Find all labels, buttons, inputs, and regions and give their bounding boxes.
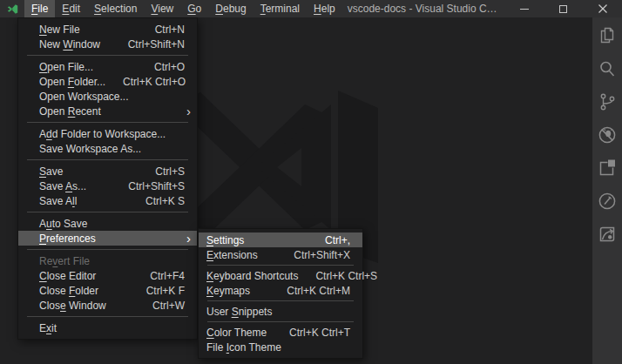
menu-item-label: Open Recent — [39, 105, 185, 118]
menu-item-shortcut: Ctrl+Shift+N — [128, 38, 185, 51]
menubar-item-go[interactable]: Go — [180, 0, 208, 17]
menu-item-label: Exit — [39, 322, 185, 334]
menu-item-close-folder[interactable]: Close FolderCtrl+K F — [18, 283, 197, 298]
menu-item-shortcut: Ctrl+W — [152, 300, 185, 312]
menu-item-settings[interactable]: SettingsCtrl+, — [199, 233, 362, 247]
menu-item-label: Save All — [39, 195, 128, 207]
menu-item-close-editor[interactable]: Close EditorCtrl+F4 — [18, 268, 197, 283]
menu-item-label: Selection — [94, 3, 137, 15]
maximize-icon — [559, 5, 567, 13]
menu-item-close-window[interactable]: Close WindowCtrl+W — [18, 298, 197, 313]
menubar-item-help[interactable]: Help — [307, 0, 342, 17]
menu-item-user-snippets[interactable]: User Snippets — [199, 304, 362, 319]
menu-item-color-theme[interactable]: Color ThemeCtrl+K Ctrl+T — [199, 325, 362, 340]
menu-item-revert-file: Revert File — [18, 253, 197, 268]
source-control-icon[interactable] — [597, 91, 618, 112]
gauge-icon[interactable] — [597, 191, 618, 212]
maximize-button[interactable] — [544, 0, 583, 17]
close-icon — [598, 4, 607, 13]
menu-item-label: Auto Save — [39, 218, 185, 230]
menu-item-shortcut: Ctrl+K Ctrl+T — [289, 327, 350, 339]
menu-item-label: Close Folder — [39, 285, 129, 297]
menu-item-shortcut: Ctrl+K F — [146, 285, 185, 297]
menu-item-new-file[interactable]: New FileCtrl+N — [18, 22, 197, 37]
menubar-item-selection[interactable]: Selection — [87, 0, 144, 17]
menu-item-save-as[interactable]: Save As...Ctrl+Shift+S — [18, 179, 197, 193]
search-icon[interactable] — [597, 58, 618, 79]
preferences-submenu: SettingsCtrl+,ExtensionsCtrl+Shift+XKeyb… — [198, 228, 363, 359]
minimize-button[interactable] — [504, 0, 544, 17]
menu-item-open-recent[interactable]: Open Recent — [18, 104, 197, 118]
menu-item-new-window[interactable]: New WindowCtrl+Shift+N — [18, 37, 197, 51]
menu-item-label: Color Theme — [206, 327, 272, 339]
activity-bar — [592, 17, 622, 364]
menu-item-label: Save — [39, 165, 138, 178]
menu-separator — [27, 122, 188, 123]
vscode-insiders-logo-icon — [7, 3, 18, 15]
menu-item-shortcut: Ctrl+K Ctrl+S — [315, 270, 377, 282]
menu-item-label: Save Workspace As... — [39, 143, 185, 155]
menu-item-label: Add Folder to Workspace... — [39, 128, 185, 140]
menubar-item-terminal[interactable]: Terminal — [254, 0, 307, 17]
menu-item-label: User Snippets — [206, 306, 350, 318]
menu-item-exit[interactable]: Exit — [18, 320, 197, 335]
title-bar: FileEditSelectionViewGoDebugTerminalHelp… — [0, 0, 622, 17]
menu-item-label: Go — [187, 3, 201, 15]
close-button[interactable] — [583, 0, 622, 17]
menu-separator — [27, 55, 188, 56]
menubar-item-file[interactable]: File — [24, 0, 55, 17]
vscode-window: FileEditSelectionViewGoDebugTerminalHelp… — [0, 0, 622, 364]
menu-item-keymaps[interactable]: KeymapsCtrl+K Ctrl+M — [199, 283, 362, 298]
menu-separator — [27, 212, 188, 212]
menu-item-label: Settings — [206, 234, 308, 246]
menu-item-shortcut: Ctrl+K S — [145, 195, 185, 207]
menu-item-label: Open File... — [39, 61, 137, 73]
menu-item-shortcut: Ctrl+, — [325, 234, 350, 246]
menu-item-extensions[interactable]: ExtensionsCtrl+Shift+X — [199, 247, 362, 262]
menu-item-label: Open Workspace... — [39, 91, 185, 103]
menu-item-label: Save As... — [39, 180, 111, 192]
menu-item-auto-save[interactable]: Auto Save — [18, 216, 197, 231]
menu-item-save-workspace-as[interactable]: Save Workspace As... — [18, 141, 197, 156]
menu-item-label: New File — [39, 24, 138, 36]
menu-item-label: Revert File — [39, 255, 185, 267]
menu-item-save-all[interactable]: Save AllCtrl+K S — [18, 193, 197, 208]
menu-item-label: New Window — [39, 38, 111, 51]
menu-item-label: Close Window — [39, 300, 135, 312]
menu-item-shortcut: Ctrl+K Ctrl+O — [123, 76, 186, 88]
menu-item-shortcut: Ctrl+K Ctrl+M — [287, 285, 350, 297]
menu-item-label: File — [31, 3, 48, 15]
extensions-icon[interactable] — [597, 158, 618, 179]
menu-item-label: Extensions — [206, 249, 276, 261]
menu-item-label: Preferences — [39, 233, 185, 245]
menu-item-keyboard-shortcuts[interactable]: Keyboard ShortcutsCtrl+K Ctrl+S — [199, 268, 362, 283]
menu-separator — [207, 300, 354, 301]
menu-item-save[interactable]: SaveCtrl+S — [18, 164, 197, 179]
menu-item-preferences[interactable]: Preferences — [18, 231, 197, 246]
menu-item-shortcut: Ctrl+Shift+X — [294, 249, 350, 261]
menu-item-label: File Icon Theme — [206, 341, 350, 354]
menu-item-open-workspace[interactable]: Open Workspace... — [18, 89, 197, 104]
menubar-item-edit[interactable]: Edit — [55, 0, 87, 17]
menu-item-label: Keymaps — [206, 285, 269, 297]
menu-item-label: Help — [314, 3, 335, 15]
menu-item-file-icon-theme[interactable]: File Icon Theme — [199, 340, 362, 354]
menu-item-open-file[interactable]: Open File...Ctrl+O — [18, 59, 197, 74]
menu-item-shortcut: Ctrl+N — [155, 24, 185, 36]
menu-item-shortcut: Ctrl+S — [155, 165, 185, 178]
menubar-item-view[interactable]: View — [144, 0, 180, 17]
menu-item-add-folder-to-workspace[interactable]: Add Folder to Workspace... — [18, 126, 197, 141]
debug-icon[interactable] — [597, 125, 618, 145]
menu-item-shortcut: Ctrl+O — [154, 61, 185, 73]
menu-item-open-folder[interactable]: Open Folder...Ctrl+K Ctrl+O — [18, 74, 197, 89]
file-menu: New FileCtrl+NNew WindowCtrl+Shift+NOpen… — [17, 17, 198, 340]
menu-separator — [207, 265, 354, 266]
menu-item-shortcut: Ctrl+Shift+S — [128, 180, 185, 192]
menu-separator — [27, 316, 188, 317]
docs-preview-icon[interactable] — [597, 224, 618, 245]
menu-item-label: Terminal — [260, 3, 300, 15]
explorer-icon[interactable] — [597, 25, 618, 46]
menu-item-label: Debug — [215, 3, 246, 15]
menubar-item-debug[interactable]: Debug — [208, 0, 253, 17]
menu-item-shortcut: Ctrl+F4 — [150, 270, 185, 282]
